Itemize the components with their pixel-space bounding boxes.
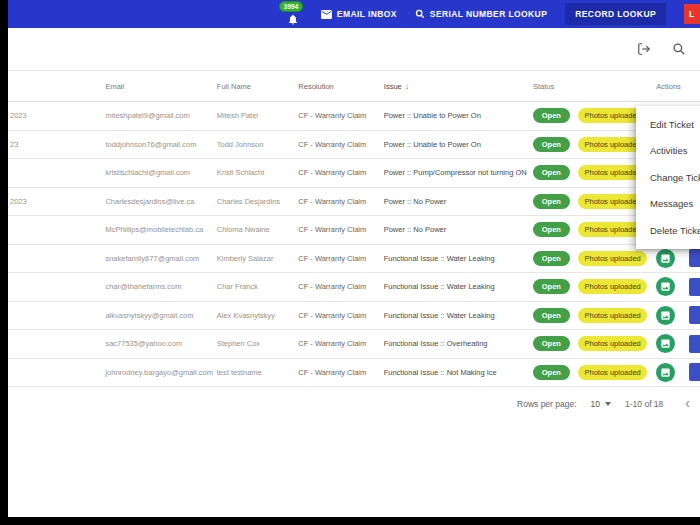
rows-per-page-value: 10 [591,399,600,409]
issue-cell: Power :: Unable to Power On [384,140,533,149]
full-name-cell: Char Franck [217,282,299,291]
search-icon [672,42,686,56]
previous-page-button[interactable]: ‹ [677,396,698,412]
view-photos-action-button[interactable] [656,334,675,353]
photos-uploaded-badge: Photos uploaded [578,279,646,294]
image-icon [660,310,671,321]
column-header-resolution[interactable]: Resolution [298,82,384,91]
sort-descending-icon: ↓ [405,82,409,91]
logout-button[interactable]: L [684,4,700,24]
status-cell: Open [533,365,579,380]
table-row[interactable]: 2023 Charlesdesjardins@live.ca Charles D… [8,188,700,217]
actions-cell [654,334,700,353]
email-cell: johnrodney.bargayo@gmail.com [105,368,216,377]
table-row[interactable]: McPhillips@mobiletechlab.ca Chioma Nwain… [8,216,700,245]
table-row[interactable]: johnrodney.bargayo@gmail.com test testna… [8,359,700,388]
view-photos-action-button[interactable] [656,249,675,268]
photos-uploaded-badge: Photos uploaded [578,365,646,380]
photos-cell: Photos uploaded [578,279,654,294]
status-cell: Open [533,336,579,351]
notification-count-badge: 3994 [279,1,303,12]
photos-cell: Photos uploaded [578,251,654,266]
status-open-badge: Open [533,222,570,237]
record-lookup-button[interactable]: RECORD LOOKUP [565,3,666,25]
row-actions-context-menu: Edit TicketActivitiesChange TicketMessag… [636,106,700,249]
table-row[interactable]: 23 toddjohnson76@gmail.com Todd Johnson … [8,131,700,160]
actions-cell [654,277,700,296]
email-inbox-button[interactable]: EMAIL INBOX [321,9,397,19]
top-navigation-bar: 3994 EMAIL INBOX SERIAL NUMBER LOOKUP RE… [8,0,700,28]
email-cell: kristischlacht@gmail.com [105,168,216,177]
resolution-cell: CF - Warranty Claim [298,225,383,234]
serial-number-lookup-button[interactable]: SERIAL NUMBER LOOKUP [415,9,547,19]
status-open-badge: Open [533,251,570,266]
status-open-badge: Open [533,165,570,180]
menu-item-delete-ticket[interactable]: Delete Ticket [636,217,700,244]
column-header-actions: Actions [654,82,700,91]
status-open-badge: Open [533,308,570,323]
issue-cell: Power :: No Power [384,197,533,206]
full-name-cell: Stephen Cox [217,339,299,348]
export-button[interactable] [636,42,652,56]
resolution-cell: CF - Warranty Claim [298,368,383,377]
issue-cell: Functional Issue :: Overheating [384,339,533,348]
chevron-down-icon [605,402,611,406]
menu-item-activities[interactable]: Activities [636,138,700,165]
email-cell: miteshpatel9@gmail.com [105,111,216,120]
search-button[interactable] [672,42,686,56]
view-photos-action-button[interactable] [656,277,675,296]
full-name-cell: Charles Desjardins [217,197,299,206]
envelope-icon [321,10,332,19]
table-row[interactable]: kristischlacht@gmail.com Kristi Schlacht… [8,159,700,188]
status-open-badge: Open [533,137,570,152]
full-name-cell: test testname [217,368,299,377]
issue-cell: Functional Issue :: Water Leaking [384,254,533,263]
menu-item-edit-ticket[interactable]: Edit Ticket [636,111,700,138]
status-open-badge: Open [533,279,570,294]
resolution-cell: CF - Warranty Claim [298,140,383,149]
image-icon [660,253,671,264]
photos-uploaded-badge: Photos uploaded [578,308,646,323]
resolution-cell: CF - Warranty Claim [298,111,383,120]
resolution-cell: CF - Warranty Claim [298,254,383,263]
status-cell: Open [533,308,579,323]
resolution-cell: CF - Warranty Claim [298,311,383,320]
export-icon [636,42,652,56]
table-row[interactable]: snakefamily677@gmail.com Kimberly Salaza… [8,245,700,274]
table-row[interactable]: char@thahefarms.com Char Franck CF - War… [8,273,700,302]
column-header-status[interactable]: Status [533,82,579,91]
photos-uploaded-badge: Photos uploaded [578,251,646,266]
photos-cell: Photos uploaded [578,365,654,380]
image-icon [660,281,671,292]
more-actions-button[interactable] [689,306,700,324]
status-cell: Open [533,279,579,294]
email-cell: sac77535@yahoo.com [105,339,216,348]
table-row[interactable]: 2023 miteshpatel9@gmail.com Mitesh Patel… [8,102,700,131]
actions-cell [654,249,700,268]
column-header-issue[interactable]: Issue ↓ [384,82,533,91]
rows-per-page-select[interactable]: 10 [591,399,611,409]
menu-item-messages[interactable]: Messages [636,191,700,218]
notifications-button[interactable]: 3994 [283,1,303,27]
view-photos-action-button[interactable] [656,306,675,325]
column-header-email[interactable]: Email [105,82,216,91]
actions-cell [654,306,700,325]
more-actions-button[interactable] [689,363,700,381]
column-header-full-name[interactable]: Full Name [217,82,299,91]
status-cell: Open [533,137,579,152]
issue-cell: Functional Issue :: Water Leaking [384,311,533,320]
bell-icon [287,13,299,26]
more-actions-button[interactable] [689,249,700,267]
issue-cell: Functional Issue :: Not Making Ice [384,368,533,377]
full-name-cell: Chioma Nwaine [217,225,299,234]
resolution-cell: CF - Warranty Claim [298,197,383,206]
menu-item-change-ticket[interactable]: Change Ticket [636,164,700,191]
full-name-cell: Kimberly Salazar [217,254,299,263]
table-row[interactable]: sac77535@yahoo.com Stephen Cox CF - Warr… [8,330,700,359]
email-cell: snakefamily677@gmail.com [105,254,216,263]
table-row[interactable]: alkvasnytskyy@gmail.com Alex Kvasnytskyy… [8,302,700,331]
view-photos-action-button[interactable] [656,363,675,382]
more-actions-button[interactable] [689,278,700,296]
issue-cell: Power :: No Power [384,225,533,234]
more-actions-button[interactable] [689,335,700,353]
